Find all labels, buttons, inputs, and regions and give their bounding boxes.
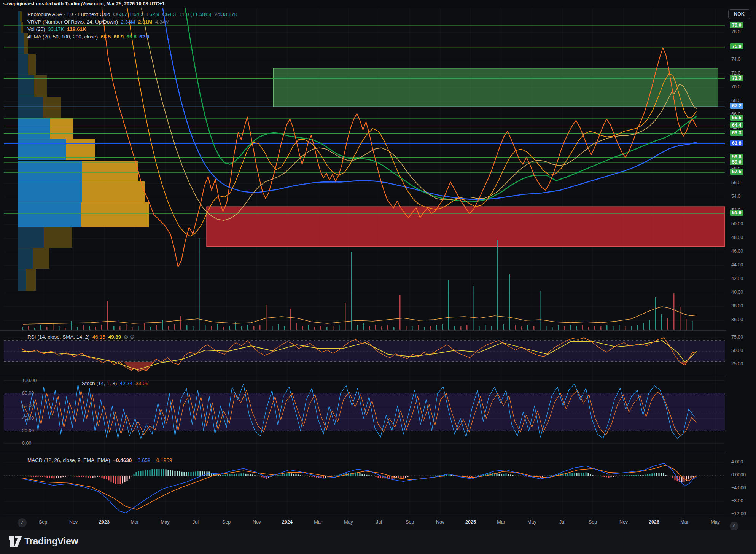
scale-tick: 75.00	[731, 334, 743, 340]
tradingview-wordmark[interactable]: TradingView	[24, 536, 78, 547]
macd-legend[interactable]: MACD (12, 26, close, 9, EMA, EMA) −0.463…	[27, 457, 172, 464]
scale-tick: −8.00	[731, 498, 743, 503]
price-level-badge[interactable]: 71.3	[730, 75, 743, 81]
ema-legend-row[interactable]: 4EMA (20, 50, 100, 200, close) 66.5 66.9…	[27, 33, 238, 41]
price-level-badge[interactable]: 75.9	[730, 43, 743, 49]
vol-ma-title[interactable]: Vol (20)	[27, 26, 45, 32]
tradingview-chart-window: savepiginvest created with TradingView.c…	[0, 0, 756, 554]
macd-title[interactable]: MACD (12, 26, close, 9, EMA, EMA)	[27, 457, 110, 463]
stoch-d-value: 33.06	[135, 380, 148, 386]
change-value: +1.0 (+1.58%)	[179, 11, 212, 17]
time-tick: Nov	[436, 519, 444, 525]
price-level-badge[interactable]: 57.6	[730, 169, 743, 175]
pane-separator[interactable]	[0, 376, 756, 376]
rsi-legend[interactable]: RSI (14, close, SMA, 14, 2) 46.15 49.89 …	[27, 333, 134, 341]
time-tick: Sep	[589, 519, 597, 525]
time-tick: 2025	[465, 519, 476, 525]
time-tick: Nov	[619, 519, 628, 525]
time-tick: Jul	[559, 519, 565, 525]
stoch-tick: 40.00	[22, 416, 34, 421]
rsi-ma-value: 49.89	[108, 334, 121, 340]
scale-tick: 4.000	[731, 459, 743, 465]
time-tick: Mar	[680, 519, 689, 525]
stoch-tick: 20.00	[22, 428, 34, 433]
time-tick: May	[344, 519, 353, 525]
scale-tick: 0.0000	[731, 472, 746, 478]
scale-tick: 70.0	[731, 84, 740, 89]
ema-title[interactable]: 4EMA (20, 50, 100, 200, close)	[27, 34, 98, 40]
time-tick: Nov	[69, 519, 78, 525]
scale-tick: −4.000	[731, 485, 746, 490]
time-tick: Nov	[253, 519, 261, 525]
rsi-value: 46.15	[92, 334, 105, 340]
high-value: 64.3	[134, 11, 143, 17]
ema200-value: 62.0	[139, 34, 149, 40]
time-tick: May	[711, 519, 720, 525]
supply-zone	[273, 68, 718, 107]
price-level-badge[interactable]: 67.2	[730, 103, 743, 109]
low-label: L	[146, 11, 150, 17]
price-level-badge[interactable]: 63.3	[730, 130, 743, 136]
scale-tick: 25.00	[731, 361, 743, 366]
vrvp-up-value: 2.34M	[121, 19, 135, 25]
macd-signal-value: −0.1959	[153, 457, 172, 463]
stoch-legend[interactable]: Stoch (14, 1, 3) 42.74 33.06	[82, 380, 148, 387]
time-tick: Mar	[314, 519, 322, 525]
time-scale[interactable]: SepNov2023MarMayJulSepNov2024MarMayJulSe…	[0, 516, 756, 530]
chart-canvas[interactable]	[0, 0, 756, 554]
scale-tick: 46.00	[731, 248, 743, 254]
timezone-button[interactable]: Z	[18, 518, 27, 527]
price-level-badge[interactable]: 59.0	[730, 159, 743, 165]
price-level-badge[interactable]: 64.4	[730, 122, 743, 128]
rsi-title[interactable]: RSI (14, close, SMA, 14, 2)	[27, 334, 90, 340]
scale-tick: 68.0	[731, 98, 740, 103]
time-tick: Sep	[406, 519, 414, 525]
price-level-badge[interactable]: 79.0	[730, 22, 743, 28]
close-label: C	[162, 11, 166, 17]
auto-scale-button[interactable]: A	[730, 522, 738, 530]
time-tick: 2023	[99, 519, 110, 525]
low-value: 62.9	[150, 11, 159, 17]
price-level-badge[interactable]: 61.8	[730, 140, 743, 146]
stoch-title[interactable]: Stoch (14, 1, 3)	[82, 380, 117, 386]
scale-tick: 44.00	[731, 262, 743, 267]
scale-tick: 48.00	[731, 235, 743, 240]
vrvp-down-value: 2.01M	[138, 19, 153, 25]
time-tick: Jul	[193, 519, 199, 525]
stoch-tick: 60.00	[22, 403, 34, 408]
tradingview-logo-icon[interactable]	[9, 536, 22, 547]
volume-value: 33.17K	[221, 11, 238, 17]
stoch-tick: 100.00	[22, 378, 37, 383]
vol-legend-row[interactable]: Vol (20) 33.17K 119.61K	[27, 25, 238, 33]
pane-separator[interactable]	[0, 330, 756, 331]
scale-tick: 54.0	[731, 194, 740, 199]
symbol-legend-row[interactable]: Photocure ASA · 1D · Euronext Oslo O63.7…	[27, 11, 238, 18]
time-tick: Sep	[222, 519, 231, 525]
currency-button[interactable]: NOK	[728, 9, 750, 19]
scale-tick: 38.00	[731, 303, 743, 309]
time-tick: Sep	[39, 519, 47, 525]
macd-line-value: −0.659	[135, 457, 151, 463]
time-tick: Jul	[376, 519, 382, 525]
scale-tick: 56.0	[731, 180, 740, 185]
stoch-tick: 80.00	[22, 390, 34, 396]
vrvp-legend-row[interactable]: VRVP (Number Of Rows, 24, Up/Down) 2.34M…	[27, 18, 238, 26]
volume-label: Vol	[214, 11, 221, 17]
price-scale[interactable]: NOK 78.074.072.070.068.066.064.058.056.0…	[726, 8, 756, 529]
price-level-badge[interactable]: 51.6	[730, 210, 743, 216]
scale-tick: 50.00	[731, 348, 743, 353]
scale-tick: 78.0	[731, 29, 740, 35]
close-value: 64.3	[166, 11, 176, 17]
time-tick: Mar	[497, 519, 505, 525]
vol-current-value: 33.17K	[48, 26, 64, 32]
pane-separator[interactable]	[0, 452, 756, 452]
high-label: H	[130, 11, 134, 17]
ema100-value: 65.8	[126, 34, 136, 40]
price-level-badge[interactable]: 65.5	[730, 115, 743, 121]
time-tick: 2024	[282, 519, 293, 525]
stoch-k-value: 42.74	[120, 380, 133, 386]
symbol-title[interactable]: Photocure ASA · 1D · Euronext Oslo	[27, 11, 110, 17]
time-tick: Mar	[131, 519, 139, 525]
vrvp-title[interactable]: VRVP (Number Of Rows, 24, Up/Down)	[27, 19, 118, 25]
ema20-value: 66.5	[101, 34, 111, 40]
